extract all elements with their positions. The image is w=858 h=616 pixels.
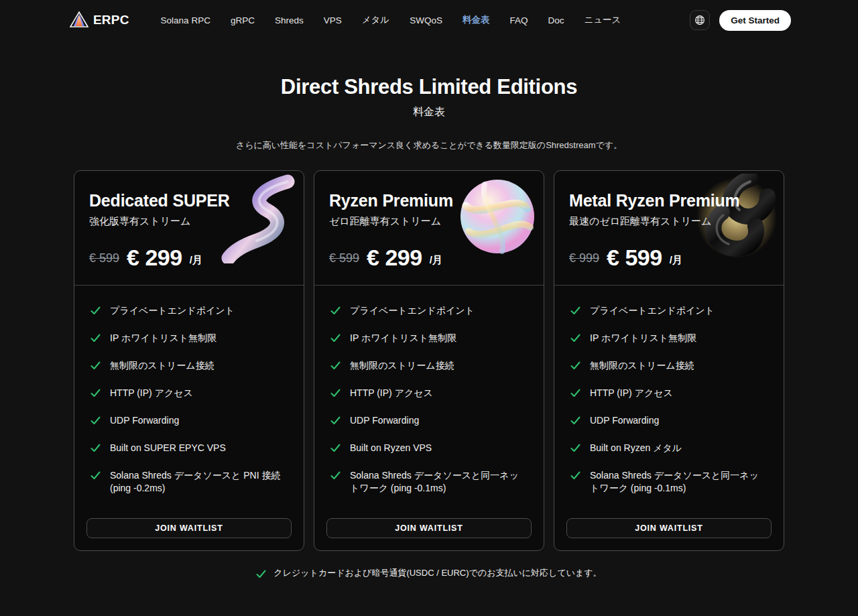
plan-tagline: 最速のゼロ距離専有ストリーム [569, 215, 769, 228]
check-icon [570, 306, 580, 316]
check-icon [570, 388, 580, 398]
feature-item: UDP Forwarding [90, 414, 288, 427]
card-header: Metal Ryzen Premium 最速のゼロ距離専有ストリーム € 999… [554, 171, 784, 286]
nav-pricing[interactable]: 料金表 [463, 14, 490, 26]
check-icon [256, 569, 266, 579]
nav-news[interactable]: ニュース [584, 14, 621, 26]
check-icon [570, 443, 580, 453]
nav-doc[interactable]: Doc [548, 15, 564, 25]
pricing-cards: Dedicated SUPER 強化版専有ストリーム € 599 € 299 /… [74, 170, 784, 551]
nav-right: Get Started [690, 10, 791, 31]
join-waitlist-button[interactable]: JOIN WAITLIST [86, 518, 292, 538]
check-icon [330, 333, 341, 343]
card-header: Ryzen Premium ゼロ距離専有ストリーム € 599 € 299 /月 [314, 171, 544, 286]
nav-grpc[interactable]: gRPC [231, 15, 255, 25]
feature-item: HTTP (IP) アクセス [570, 387, 768, 399]
globe-icon [694, 15, 705, 25]
feature-item: 無制限のストリーム接続 [570, 359, 768, 372]
price-row: € 599 € 299 /月 [89, 246, 289, 269]
price-period: /月 [190, 254, 202, 267]
card-header: Dedicated SUPER 強化版専有ストリーム € 599 € 299 /… [74, 171, 304, 286]
nav-faq[interactable]: FAQ [509, 15, 528, 25]
feature-list: プライベートエンドポイント IP ホワイトリスト無制限 無制限のストリーム接続 … [74, 286, 304, 518]
pricing-card-ryzen-premium: Ryzen Premium ゼロ距離専有ストリーム € 599 € 299 /月… [314, 170, 544, 551]
check-icon [570, 471, 580, 481]
pricing-card-metal-ryzen-premium: Metal Ryzen Premium 最速のゼロ距離専有ストリーム € 999… [554, 170, 784, 551]
current-price: € 599 [607, 246, 662, 269]
check-icon [90, 361, 101, 371]
payment-note-text: クレジットカードおよび暗号通貨(USDC / EURC)でのお支払いに対応してい… [273, 567, 601, 579]
erpc-logo-icon [70, 11, 88, 29]
page-subtitle: 料金表 [0, 105, 858, 119]
nav-swqos[interactable]: SWQoS [410, 15, 442, 25]
feature-item: HTTP (IP) アクセス [330, 387, 528, 399]
old-price: € 599 [89, 251, 119, 265]
pricing-card-dedicated-super: Dedicated SUPER 強化版専有ストリーム € 599 € 299 /… [74, 170, 304, 551]
check-icon [90, 333, 101, 343]
check-icon [330, 471, 341, 481]
check-icon [90, 306, 101, 316]
check-icon [90, 443, 101, 453]
price-period: /月 [430, 254, 442, 267]
page-description: さらに高い性能をコストパフォーマンス良く求めることができる数量限定版のShred… [0, 139, 858, 151]
feature-item: Solana Shreds データソースと PNI 接続 (ping -0.2m… [90, 469, 288, 495]
check-icon [570, 416, 580, 426]
check-icon [330, 416, 341, 426]
plan-tagline: 強化版専有ストリーム [89, 215, 289, 228]
feature-item: IP ホワイトリスト無制限 [570, 332, 768, 345]
feature-item: UDP Forwarding [570, 414, 768, 427]
plan-name: Ryzen Premium [329, 191, 529, 210]
price-row: € 599 € 299 /月 [329, 246, 529, 269]
page-title: Direct Shreds Limited Editions [0, 75, 858, 99]
plan-name: Metal Ryzen Premium [569, 191, 769, 210]
feature-item: プライベートエンドポイント [330, 304, 528, 317]
check-icon [330, 361, 341, 371]
old-price: € 599 [329, 251, 359, 265]
current-price: € 299 [367, 246, 422, 269]
feature-item: Built on SUPER EPYC VPS [90, 442, 288, 454]
check-icon [90, 416, 101, 426]
feature-item: IP ホワイトリスト無制限 [90, 332, 288, 345]
hero: Direct Shreds Limited Editions 料金表 さらに高い… [0, 75, 858, 151]
check-icon [90, 471, 101, 481]
feature-item: Built on Ryzen VPS [330, 442, 528, 454]
join-waitlist-button[interactable]: JOIN WAITLIST [566, 518, 772, 538]
nav-shreds[interactable]: Shreds [275, 15, 304, 25]
feature-item: プライベートエンドポイント [570, 304, 768, 317]
join-waitlist-button[interactable]: JOIN WAITLIST [326, 518, 532, 538]
check-icon [570, 333, 580, 343]
nav-solana-rpc[interactable]: Solana RPC [161, 15, 210, 25]
language-button[interactable] [690, 10, 710, 30]
logo[interactable]: ERPC [70, 11, 129, 29]
check-icon [330, 443, 341, 453]
price-period: /月 [670, 254, 682, 267]
check-icon [570, 361, 580, 371]
feature-item: 無制限のストリーム接続 [330, 359, 528, 372]
main-nav: Solana RPC gRPC Shreds VPS メタル SWQoS 料金表… [161, 14, 621, 26]
old-price: € 999 [569, 251, 599, 265]
plan-tagline: ゼロ距離専有ストリーム [329, 215, 529, 228]
nav-metal[interactable]: メタル [362, 14, 389, 26]
check-icon [90, 388, 101, 398]
get-started-button[interactable]: Get Started [719, 10, 791, 31]
feature-item: Solana Shreds データソースと同一ネットワーク (ping -0.1… [330, 469, 528, 495]
feature-list: プライベートエンドポイント IP ホワイトリスト無制限 無制限のストリーム接続 … [554, 286, 784, 518]
logo-text: ERPC [93, 13, 129, 27]
feature-item: Built on Ryzen メタル [570, 442, 768, 454]
feature-item: Solana Shreds データソースと同一ネットワーク (ping -0.1… [570, 469, 768, 495]
payment-note: クレジットカードおよび暗号通貨(USDC / EURC)でのお支払いに対応してい… [0, 567, 858, 579]
feature-item: HTTP (IP) アクセス [90, 387, 288, 399]
feature-item: UDP Forwarding [330, 414, 528, 427]
feature-item: プライベートエンドポイント [90, 304, 288, 317]
feature-item: IP ホワイトリスト無制限 [330, 332, 528, 345]
feature-list: プライベートエンドポイント IP ホワイトリスト無制限 無制限のストリーム接続 … [314, 286, 544, 518]
current-price: € 299 [127, 246, 182, 269]
check-icon [330, 388, 341, 398]
check-icon [330, 306, 341, 316]
top-nav: ERPC Solana RPC gRPC Shreds VPS メタル SWQo… [0, 0, 858, 40]
price-row: € 999 € 599 /月 [569, 246, 769, 269]
nav-vps[interactable]: VPS [324, 15, 342, 25]
feature-item: 無制限のストリーム接続 [90, 359, 288, 372]
plan-name: Dedicated SUPER [89, 191, 289, 210]
